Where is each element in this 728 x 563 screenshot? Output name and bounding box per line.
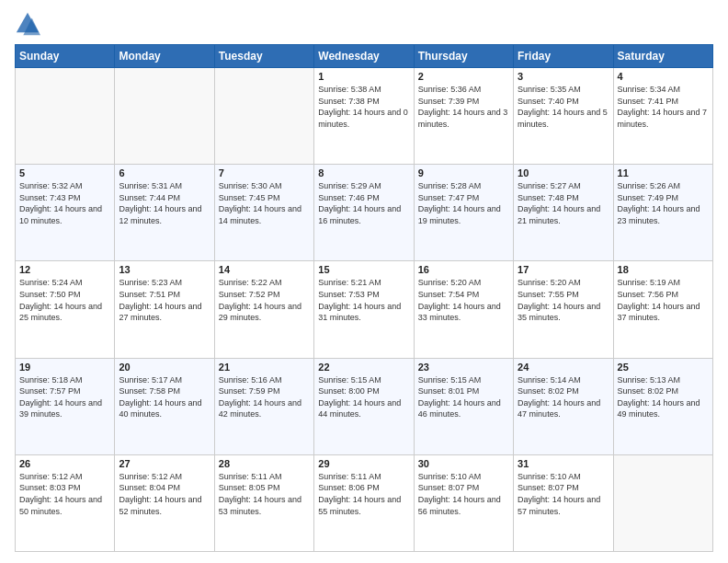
calendar-cell: 15Sunrise: 5:21 AMSunset: 7:53 PMDayligh… [314,261,414,358]
calendar-cell [214,68,313,165]
cell-details: Sunrise: 5:24 AMSunset: 7:50 PMDaylight:… [19,277,110,323]
weekday-header-tuesday: Tuesday [214,45,313,68]
day-number: 29 [318,458,409,469]
calendar-cell: 19Sunrise: 5:18 AMSunset: 7:57 PMDayligh… [16,358,115,454]
calendar-cell: 20Sunrise: 5:17 AMSunset: 7:58 PMDayligh… [115,358,214,454]
week-row-5: 26Sunrise: 5:12 AMSunset: 8:03 PMDayligh… [16,454,713,551]
week-row-2: 5Sunrise: 5:32 AMSunset: 7:43 PMDaylight… [16,165,713,261]
calendar-cell: 21Sunrise: 5:16 AMSunset: 7:59 PMDayligh… [214,358,313,454]
cell-details: Sunrise: 5:22 AMSunset: 7:52 PMDaylight:… [219,277,310,323]
day-number: 9 [418,167,509,178]
day-number: 19 [19,362,110,373]
day-number: 28 [219,458,310,469]
cell-details: Sunrise: 5:31 AMSunset: 7:44 PMDaylight:… [119,180,210,226]
cell-details: Sunrise: 5:17 AMSunset: 7:58 PMDaylight:… [119,374,210,420]
weekday-header-wednesday: Wednesday [314,45,414,68]
cell-details: Sunrise: 5:15 AMSunset: 8:00 PMDaylight:… [318,374,409,420]
calendar-cell: 11Sunrise: 5:26 AMSunset: 7:49 PMDayligh… [613,165,712,261]
calendar-cell: 23Sunrise: 5:15 AMSunset: 8:01 PMDayligh… [414,358,513,454]
day-number: 6 [119,167,210,178]
day-number: 30 [418,458,509,469]
calendar-cell: 9Sunrise: 5:28 AMSunset: 7:47 PMDaylight… [414,165,513,261]
calendar-cell: 12Sunrise: 5:24 AMSunset: 7:50 PMDayligh… [16,261,115,358]
calendar-cell [613,454,712,551]
calendar-cell: 6Sunrise: 5:31 AMSunset: 7:44 PMDaylight… [115,165,214,261]
calendar-cell: 29Sunrise: 5:11 AMSunset: 8:06 PMDayligh… [314,454,414,551]
day-number: 16 [418,264,509,275]
calendar-cell: 30Sunrise: 5:10 AMSunset: 8:07 PMDayligh… [414,454,513,551]
week-row-4: 19Sunrise: 5:18 AMSunset: 7:57 PMDayligh… [16,358,713,454]
calendar-cell: 8Sunrise: 5:29 AMSunset: 7:46 PMDaylight… [314,165,414,261]
calendar-cell [16,68,115,165]
cell-details: Sunrise: 5:34 AMSunset: 7:41 PMDaylight:… [618,84,709,130]
cell-details: Sunrise: 5:19 AMSunset: 7:56 PMDaylight:… [618,277,709,323]
day-number: 7 [219,167,310,178]
cell-details: Sunrise: 5:11 AMSunset: 8:05 PMDaylight:… [219,471,310,517]
cell-details: Sunrise: 5:30 AMSunset: 7:45 PMDaylight:… [219,180,310,226]
day-number: 5 [19,167,110,178]
calendar-cell: 18Sunrise: 5:19 AMSunset: 7:56 PMDayligh… [613,261,712,358]
calendar-cell: 26Sunrise: 5:12 AMSunset: 8:03 PMDayligh… [16,454,115,551]
day-number: 18 [618,264,709,275]
calendar-cell: 16Sunrise: 5:20 AMSunset: 7:54 PMDayligh… [414,261,513,358]
header [15,11,713,37]
cell-details: Sunrise: 5:15 AMSunset: 8:01 PMDaylight:… [418,374,509,420]
cell-details: Sunrise: 5:38 AMSunset: 7:38 PMDaylight:… [318,84,409,130]
cell-details: Sunrise: 5:10 AMSunset: 8:07 PMDaylight:… [418,471,509,517]
weekday-header-monday: Monday [115,45,214,68]
calendar-cell: 27Sunrise: 5:12 AMSunset: 8:04 PMDayligh… [115,454,214,551]
logo [15,11,44,37]
day-number: 27 [119,458,210,469]
day-number: 2 [418,71,509,82]
calendar-cell: 13Sunrise: 5:23 AMSunset: 7:51 PMDayligh… [115,261,214,358]
day-number: 31 [518,458,609,469]
calendar-cell: 3Sunrise: 5:35 AMSunset: 7:40 PMDaylight… [514,68,613,165]
calendar-cell: 31Sunrise: 5:10 AMSunset: 8:07 PMDayligh… [514,454,613,551]
cell-details: Sunrise: 5:23 AMSunset: 7:51 PMDaylight:… [119,277,210,323]
cell-details: Sunrise: 5:32 AMSunset: 7:43 PMDaylight:… [19,180,110,226]
logo-icon [15,11,40,37]
day-number: 25 [618,362,709,373]
cell-details: Sunrise: 5:13 AMSunset: 8:02 PMDaylight:… [618,374,709,420]
calendar-cell: 10Sunrise: 5:27 AMSunset: 7:48 PMDayligh… [514,165,613,261]
cell-details: Sunrise: 5:20 AMSunset: 7:55 PMDaylight:… [518,277,609,323]
week-row-1: 1Sunrise: 5:38 AMSunset: 7:38 PMDaylight… [16,68,713,165]
cell-details: Sunrise: 5:10 AMSunset: 8:07 PMDaylight:… [518,471,609,517]
day-number: 10 [518,167,609,178]
day-number: 21 [219,362,310,373]
page: SundayMondayTuesdayWednesdayThursdayFrid… [0,0,728,563]
cell-details: Sunrise: 5:36 AMSunset: 7:39 PMDaylight:… [418,84,509,130]
cell-details: Sunrise: 5:27 AMSunset: 7:48 PMDaylight:… [518,180,609,226]
cell-details: Sunrise: 5:21 AMSunset: 7:53 PMDaylight:… [318,277,409,323]
weekday-header-saturday: Saturday [613,45,712,68]
cell-details: Sunrise: 5:14 AMSunset: 8:02 PMDaylight:… [518,374,609,420]
calendar-cell [115,68,214,165]
day-number: 14 [219,264,310,275]
calendar-cell: 22Sunrise: 5:15 AMSunset: 8:00 PMDayligh… [314,358,414,454]
day-number: 22 [318,362,409,373]
calendar-cell: 7Sunrise: 5:30 AMSunset: 7:45 PMDaylight… [214,165,313,261]
day-number: 26 [19,458,110,469]
day-number: 20 [119,362,210,373]
day-number: 8 [318,167,409,178]
calendar-cell: 2Sunrise: 5:36 AMSunset: 7:39 PMDaylight… [414,68,513,165]
calendar-cell: 1Sunrise: 5:38 AMSunset: 7:38 PMDaylight… [314,68,414,165]
day-number: 15 [318,264,409,275]
day-number: 12 [19,264,110,275]
cell-details: Sunrise: 5:12 AMSunset: 8:03 PMDaylight:… [19,471,110,517]
calendar-cell: 17Sunrise: 5:20 AMSunset: 7:55 PMDayligh… [514,261,613,358]
calendar-cell: 14Sunrise: 5:22 AMSunset: 7:52 PMDayligh… [214,261,313,358]
cell-details: Sunrise: 5:35 AMSunset: 7:40 PMDaylight:… [518,84,609,130]
day-number: 13 [119,264,210,275]
day-number: 24 [518,362,609,373]
calendar-cell: 28Sunrise: 5:11 AMSunset: 8:05 PMDayligh… [214,454,313,551]
cell-details: Sunrise: 5:28 AMSunset: 7:47 PMDaylight:… [418,180,509,226]
cell-details: Sunrise: 5:18 AMSunset: 7:57 PMDaylight:… [19,374,110,420]
day-number: 17 [518,264,609,275]
weekday-header-sunday: Sunday [16,45,115,68]
weekday-header-friday: Friday [514,45,613,68]
weekday-header-row: SundayMondayTuesdayWednesdayThursdayFrid… [16,45,713,68]
calendar-cell: 5Sunrise: 5:32 AMSunset: 7:43 PMDaylight… [16,165,115,261]
cell-details: Sunrise: 5:20 AMSunset: 7:54 PMDaylight:… [418,277,509,323]
cell-details: Sunrise: 5:11 AMSunset: 8:06 PMDaylight:… [318,471,409,517]
